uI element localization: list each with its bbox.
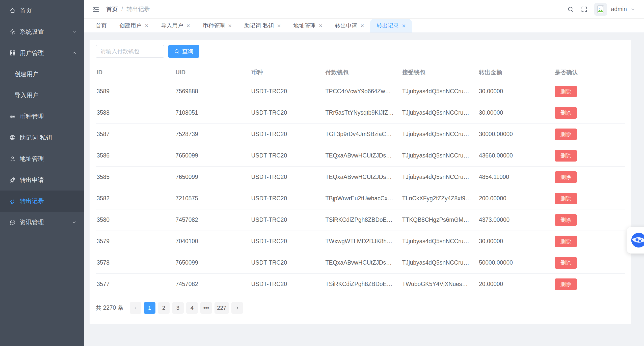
close-icon[interactable]: × — [319, 23, 322, 29]
sidebar: 首页系统设置用户管理创建用户导入用户币种管理助记词-私钥地址管理转出申请转出记录… — [0, 0, 84, 346]
tab-助记词-私钥[interactable]: 助记词-私钥× — [238, 19, 287, 33]
sidebar-item-label: 助记词-私钥 — [20, 134, 52, 142]
cell-amount: 30.00000 — [478, 81, 554, 102]
delete-button[interactable]: 删除 — [555, 129, 577, 140]
query-button[interactable]: 查询 — [168, 45, 199, 58]
delete-button[interactable]: 删除 — [555, 236, 577, 247]
table-row: 35867650099USDT-TRC20TEQxaABvwHCUtZJDs…T… — [96, 145, 625, 166]
query-button-label: 查询 — [182, 48, 193, 55]
delete-button[interactable]: 删除 — [555, 150, 577, 162]
sidebar-item-transfer-request[interactable]: 转出申请 — [0, 169, 84, 191]
page-ellipsis[interactable]: ••• — [200, 302, 212, 314]
sidebar-item-mnemonic-private-key[interactable]: 助记词-私钥 — [0, 127, 84, 148]
avatar[interactable] — [594, 3, 607, 16]
tab-转出记录[interactable]: 转出记录× — [370, 19, 412, 33]
cell-to: TJjubyas4dQ5snNCCru… — [401, 166, 478, 188]
breadcrumb-home[interactable]: 首页 — [106, 5, 118, 13]
cell-actions: 删除 — [554, 188, 625, 209]
sidebar-item-label: 用户管理 — [20, 49, 44, 57]
page-button-1[interactable]: 1 — [144, 302, 155, 314]
close-icon[interactable]: × — [360, 23, 364, 29]
tab-转出申请[interactable]: 转出申请× — [329, 19, 370, 33]
tab-创建用户[interactable]: 创建用户× — [113, 19, 155, 33]
cell-uid: 7569888 — [175, 81, 250, 102]
delete-button[interactable]: 删除 — [555, 86, 577, 97]
cell-uid: 7650099 — [175, 252, 250, 273]
sidebar-item-label: 币种管理 — [20, 112, 44, 120]
close-icon[interactable]: × — [186, 23, 190, 29]
column-header: 转出金额 — [478, 67, 554, 81]
sidebar-item-user-management[interactable]: 用户管理 — [0, 42, 84, 64]
sidebar-item-transfer-records[interactable]: 转出记录 — [0, 191, 84, 212]
close-icon[interactable]: × — [277, 23, 281, 29]
cell-amount: 4854.11000 — [478, 166, 554, 188]
cell-id: 3587 — [96, 123, 175, 145]
next-page-button[interactable] — [231, 302, 243, 314]
comment-icon — [9, 219, 16, 226]
close-icon[interactable]: × — [145, 23, 148, 29]
sidebar-item-news-management[interactable]: 资讯管理 — [0, 212, 84, 233]
content: 查询 IDUID币种付款钱包接受钱包转出金额是否确认 35897569888US… — [84, 33, 644, 346]
close-icon[interactable]: × — [228, 23, 232, 29]
table-row: 35887108051USDT-TRC20TRr5asTtYNysqtb9KiJ… — [96, 102, 625, 123]
tab-label: 助记词-私钥 — [244, 22, 274, 29]
tab-币种管理[interactable]: 币种管理× — [196, 19, 238, 33]
sidebar-item-address-management[interactable]: 地址管理 — [0, 148, 84, 169]
delete-button[interactable]: 删除 — [555, 107, 577, 119]
floating-widget[interactable] — [627, 227, 644, 254]
cell-from: TBjpWrwrEu2tUwbacCx… — [324, 188, 401, 209]
sidebar-item-coin-management[interactable]: 币种管理 — [0, 106, 84, 127]
delete-button[interactable]: 删除 — [555, 278, 577, 290]
pagination-total: 共 2270 条 — [96, 304, 123, 312]
cell-to: TWuboGK5Y4VjXNues… — [401, 273, 478, 295]
cell-coin: USDT-TRC20 — [250, 273, 325, 295]
page-button-2[interactable]: 2 — [158, 302, 170, 314]
cell-uid: 7650099 — [175, 145, 250, 166]
cell-to: TTKQB8CHgzPs6mGM… — [401, 209, 478, 231]
page-button-3[interactable]: 3 — [172, 302, 184, 314]
sliders-icon — [9, 113, 16, 120]
search-icon[interactable] — [567, 6, 574, 13]
search-input[interactable] — [96, 45, 164, 58]
cell-coin: USDT-TRC20 — [250, 188, 325, 209]
close-icon[interactable]: × — [402, 23, 406, 29]
sidebar-item-import-user[interactable]: 导入用户 — [0, 85, 84, 106]
delete-button[interactable]: 删除 — [555, 257, 577, 269]
sidebar-item-home[interactable]: 首页 — [0, 0, 84, 21]
sidebar-item-label: 资讯管理 — [20, 218, 44, 226]
prev-page-button[interactable] — [130, 302, 141, 314]
sidebar-item-create-user[interactable]: 创建用户 — [0, 64, 84, 85]
column-header: UID — [175, 67, 250, 81]
column-header: 币种 — [250, 67, 325, 81]
cell-id: 3577 — [96, 273, 175, 295]
delete-button[interactable]: 删除 — [555, 171, 577, 183]
cell-actions: 删除 — [554, 273, 625, 295]
cell-coin: USDT-TRC20 — [250, 166, 325, 188]
hamburger-icon[interactable] — [92, 6, 100, 13]
cell-uid: 7457082 — [175, 273, 250, 295]
cell-id: 3582 — [96, 188, 175, 209]
cell-id: 3588 — [96, 102, 175, 123]
tab-首页[interactable]: 首页 — [89, 19, 113, 33]
cell-uid: 7040100 — [175, 231, 250, 252]
page-button-227[interactable]: 227 — [214, 302, 229, 314]
cell-to: TJjubyas4dQ5snNCCru… — [401, 123, 478, 145]
chevron-down-icon[interactable] — [630, 7, 635, 12]
fullscreen-icon[interactable] — [581, 6, 588, 13]
table-row: 35797040100USDT-TRC20TWxwgWTLMD2DJK8h…TJ… — [96, 231, 625, 252]
username[interactable]: admin — [611, 6, 627, 13]
page-button-4[interactable]: 4 — [186, 302, 198, 314]
delete-button[interactable]: 删除 — [555, 193, 577, 204]
cell-uid: 7528739 — [175, 123, 250, 145]
table-row: 35877528739USDT-TRC20TGF3p9rDv4JmSBziaC…… — [96, 123, 625, 145]
pagination: 共 2270 条 1234•••227 — [96, 302, 625, 314]
delete-button[interactable]: 删除 — [555, 214, 577, 226]
tab-地址管理[interactable]: 地址管理× — [287, 19, 329, 33]
tab-导入用户[interactable]: 导入用户× — [155, 19, 196, 33]
cell-from: TEQxaABvwHCUtZJDs… — [324, 145, 401, 166]
sidebar-item-label: 转出申请 — [20, 176, 44, 184]
bird-icon — [9, 198, 16, 204]
cell-to: TJjubyas4dQ5snNCCru… — [401, 102, 478, 123]
cell-actions: 删除 — [554, 145, 625, 166]
sidebar-item-system-settings[interactable]: 系统设置 — [0, 21, 84, 42]
